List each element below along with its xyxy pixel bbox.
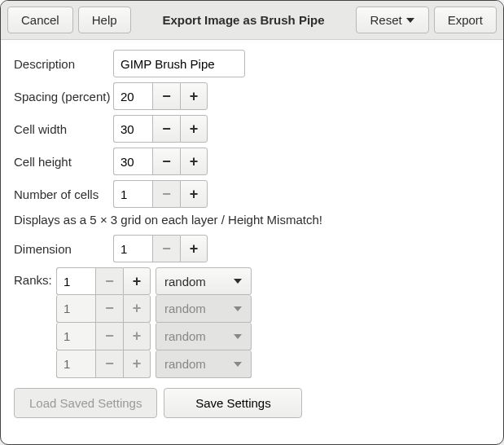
dropdown-value: random [164,357,206,371]
dropdown-value: random [164,329,206,343]
plus-icon: + [190,88,199,105]
minus-icon: − [105,273,114,290]
ranks-column: − + random − + random [56,267,252,378]
minus-icon: − [162,240,171,258]
help-button[interactable]: Help [78,7,131,33]
minus-icon: − [162,153,171,170]
spacing-decrease-button[interactable]: − [152,82,180,110]
rank-decrease-button: − [95,267,123,295]
cell-width-increase-button[interactable]: + [180,115,208,143]
dropdown-value: random [164,302,206,315]
description-input[interactable] [113,50,245,77]
dialog-title: Export Image as Brush Pipe [136,13,352,27]
cell-height-decrease-button[interactable]: − [152,148,180,175]
dialog-content: Description Spacing (percent) − + Cell w… [1,40,503,428]
export-button[interactable]: Export [434,7,497,33]
spacing-label: Spacing (percent) [14,90,113,104]
rank-mode-dropdown[interactable]: random [156,267,252,295]
chevron-down-icon [233,305,243,313]
rank-value-input [56,323,95,350]
chevron-down-icon [405,16,415,24]
save-settings-button[interactable]: Save Settings [164,388,302,418]
minus-icon: − [105,328,114,345]
rank-mode-dropdown: random [156,350,252,378]
number-cells-input[interactable] [113,180,152,208]
minus-icon: − [105,300,114,317]
spacing-input[interactable] [113,82,152,110]
plus-icon: + [133,273,142,290]
rank-decrease-button: − [95,323,123,350]
cell-width-decrease-button[interactable]: − [152,115,180,143]
plus-icon: + [133,328,142,345]
chevron-down-icon [233,360,243,368]
cell-width-input[interactable] [113,115,152,143]
minus-icon: − [162,88,171,105]
dimension-increase-button[interactable]: + [180,235,208,262]
number-cells-increase-button[interactable]: + [180,180,208,208]
dialog-window: Cancel Help Export Image as Brush Pipe R… [0,0,504,445]
load-settings-button: Load Saved Settings [14,388,157,418]
dimension-stepper: − + [113,235,208,262]
cell-height-label: Cell height [14,155,113,169]
rank-increase-button: + [123,295,151,323]
rank-row: − + random [56,350,252,378]
ranks-label: Ranks: [14,267,56,287]
cancel-button[interactable]: Cancel [7,7,73,33]
cell-height-increase-button[interactable]: + [180,148,208,175]
number-cells-stepper: − + [113,180,208,208]
rank-row: − + random [56,323,252,350]
cell-width-stepper: − + [113,115,208,143]
minus-icon: − [105,355,114,372]
cell-height-input[interactable] [113,148,152,175]
rank-value-input [56,350,95,378]
dimension-input[interactable] [113,235,152,262]
description-label: Description [14,57,113,71]
rank-row: − + random [56,295,252,323]
cell-height-stepper: − + [113,148,208,175]
reset-label: Reset [370,13,401,27]
rank-mode-dropdown: random [156,323,252,350]
minus-icon: − [162,121,171,138]
plus-icon: + [133,300,142,317]
ranks-section: Ranks: − + random − [14,267,490,378]
rank-mode-dropdown: random [156,295,252,323]
rank-increase-button[interactable]: + [123,267,151,295]
rank-decrease-button: − [95,295,123,323]
cell-width-label: Cell width [14,122,113,136]
rank-increase-button: + [123,350,151,378]
plus-icon: + [133,355,142,372]
rank-decrease-button: − [95,350,123,378]
rank-increase-button: + [123,323,151,350]
plus-icon: + [190,186,199,203]
plus-icon: + [190,121,199,138]
plus-icon: + [190,240,199,258]
rank-value-input[interactable] [56,267,95,295]
number-cells-label: Number of cells [14,187,113,201]
chevron-down-icon [233,277,243,285]
plus-icon: + [190,153,199,170]
header-bar: Cancel Help Export Image as Brush Pipe R… [1,1,503,40]
status-text: Displays as a 5 × 3 grid on each layer /… [14,213,490,227]
rank-value-input [56,295,95,323]
minus-icon: − [162,186,171,203]
footer-buttons: Load Saved Settings Save Settings [14,388,490,418]
spacing-increase-button[interactable]: + [180,82,208,110]
spacing-stepper: − + [113,82,208,110]
reset-button[interactable]: Reset [356,7,428,33]
chevron-down-icon [233,333,243,341]
dimension-label: Dimension [14,242,113,256]
dropdown-value: random [164,275,206,289]
number-cells-decrease-button: − [152,180,180,208]
rank-row: − + random [56,267,252,295]
dimension-decrease-button: − [152,235,180,262]
